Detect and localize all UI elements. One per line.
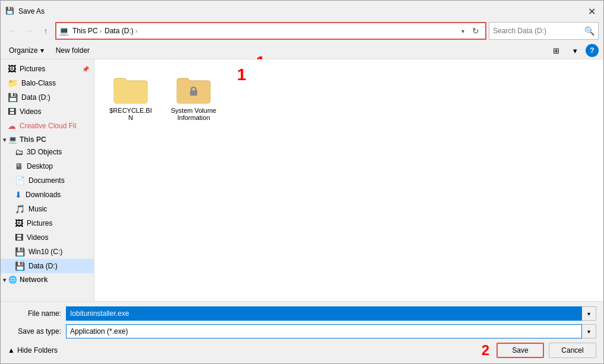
3d-objects-icon: 🗂 [15, 147, 23, 157]
file-name-label: File name: [8, 309, 61, 318]
save-type-row: Save as type: ▾ [8, 324, 596, 338]
save-as-dialog: 💾 Save As ✕ ← → ↑ 💻 This PC › Data (D:) … [0, 0, 604, 364]
system-volume-icon [175, 72, 213, 105]
sidebar-item-win10-c[interactable]: 💾 Win10 (C:) [1, 245, 94, 259]
sidebar-item-videos-pin[interactable]: 🎞 Videos [1, 105, 94, 119]
sidebar-item-music[interactable]: 🎵 Music [1, 202, 94, 216]
file-item-system-volume[interactable]: System Volume Information [167, 69, 220, 125]
hide-folders-button[interactable]: ▲ Hide Folders [8, 346, 58, 354]
address-content: 💻 This PC › Data (D:) › [59, 26, 457, 36]
dialog-title: Save As [18, 7, 584, 15]
videos-pin-icon: 🎞 [8, 107, 16, 116]
toolbar2: Organize ▾ New folder 1 ⊞ ▾ ? [1, 42, 603, 59]
address-dropdown-button[interactable]: ▾ [457, 28, 469, 34]
view-button[interactable]: ⊞ [548, 43, 564, 58]
pc-icon: 💻 [59, 26, 69, 36]
button-row: ▲ Hide Folders 2 Save Cancel [8, 342, 596, 359]
data-d-icon: 💾 [15, 261, 25, 271]
file-name-row: File name: ▾ [8, 306, 596, 321]
sidebar-item-pictures2[interactable]: 🖼 Pictures [1, 216, 94, 230]
close-button[interactable]: ✕ [584, 5, 599, 18]
search-icon: 🔍 [584, 26, 594, 36]
sidebar-item-desktop[interactable]: 🖥 Desktop [1, 159, 94, 173]
up-button[interactable]: ↑ [39, 24, 53, 38]
main-area: 🖼 Pictures 📌 📁 Balo-Class 💾 Data (D:) 🎞 … [1, 59, 603, 301]
file-item-recycle-bin[interactable]: $RECYCLE.BIN [104, 69, 157, 125]
address-toolbar: ← → ↑ 💻 This PC › Data (D:) › ▾ ↻ 🔍 [1, 20, 603, 42]
save-type-dropdown[interactable]: ▾ [582, 324, 596, 338]
thispc-icon: 💻 [8, 135, 17, 144]
sidebar-item-pictures-pin[interactable]: 🖼 Pictures 📌 [1, 62, 94, 76]
new-folder-button[interactable]: New folder [52, 45, 93, 56]
network-icon: 🌐 [8, 276, 17, 284]
sidebar-item-videos2[interactable]: 🎞 Videos [1, 230, 94, 245]
network-chevron: ▾ [3, 277, 6, 283]
recycle-bin-label: $RECYCLE.BIN [107, 107, 154, 121]
chevron-icon2: › [135, 28, 137, 34]
win10-icon: 💾 [15, 247, 25, 257]
desktop-icon: 🖥 [15, 162, 23, 171]
file-name-dropdown[interactable]: ▾ [582, 306, 596, 321]
address-segment-datad: Data (D:) › [105, 27, 138, 35]
balo-class-icon: 📁 [8, 78, 18, 88]
annotation-1-overlay: 1 [237, 65, 246, 84]
hide-folders-chevron: ▲ [8, 346, 15, 354]
help-button[interactable]: ? [586, 44, 599, 57]
system-volume-label: System Volume Information [170, 107, 217, 121]
sidebar-item-documents[interactable]: 📄 Documents [1, 173, 94, 188]
title-bar: 💾 Save As ✕ [1, 1, 603, 20]
pictures-pin-icon: 🖼 [8, 64, 16, 74]
save-button[interactable]: Save [497, 343, 544, 358]
file-name-input[interactable] [66, 306, 582, 321]
sidebar-item-downloads[interactable]: ⬇ Downloads [1, 188, 94, 202]
sidebar-item-3d-objects[interactable]: 🗂 3D Objects [1, 145, 94, 159]
back-button[interactable]: ← [5, 24, 20, 38]
view-dropdown-button[interactable]: ▾ [567, 43, 583, 58]
annotation-2: 2 [482, 342, 489, 359]
forward-button[interactable]: → [22, 24, 36, 38]
sidebar-item-data-d[interactable]: 💾 Data (D:) [1, 259, 94, 273]
downloads-icon: ⬇ [15, 190, 22, 200]
bottom-bar: File name: ▾ Save as type: ▾ ▲ Hide Fold… [1, 301, 603, 363]
address-bar[interactable]: 💻 This PC › Data (D:) › ▾ ↻ [55, 22, 486, 40]
data-d-pin-icon: 💾 [8, 93, 18, 102]
thispc-chevron: ▾ [3, 137, 6, 143]
recycle-bin-icon [112, 72, 150, 105]
cancel-button[interactable]: Cancel [549, 343, 596, 358]
sidebar-item-data-d-pin[interactable]: 💾 Data (D:) [1, 90, 94, 105]
pictures2-icon: 🖼 [15, 219, 23, 228]
file-area: 1 $RECYCLE.BIN [94, 59, 603, 301]
organize-button[interactable]: Organize ▾ [5, 45, 48, 56]
sidebar-item-creative-cloud[interactable]: ☁ Creative Cloud Fil [1, 119, 94, 133]
music-icon: 🎵 [15, 204, 25, 214]
creative-cloud-icon: ☁ [8, 121, 16, 131]
videos2-icon: 🎞 [15, 233, 23, 242]
sidebar-item-balo-class[interactable]: 📁 Balo-Class [1, 76, 94, 90]
search-input[interactable] [493, 27, 584, 35]
chevron-icon: › [100, 28, 102, 34]
sidebar-network-header[interactable]: ▾ 🌐 Network [1, 273, 94, 285]
address-segment-thispc: This PC › [72, 27, 102, 35]
svg-rect-0 [190, 90, 197, 96]
sidebar-thispc-header[interactable]: ▾ 💻 This PC [1, 133, 94, 145]
title-icon: 💾 [5, 7, 15, 16]
documents-icon: 📄 [15, 176, 25, 185]
refresh-button[interactable]: ↻ [469, 24, 483, 38]
save-type-input[interactable] [66, 324, 582, 338]
search-box: 🔍 [489, 22, 599, 40]
sidebar: 🖼 Pictures 📌 📁 Balo-Class 💾 Data (D:) 🎞 … [1, 59, 94, 301]
save-type-label: Save as type: [8, 327, 61, 335]
